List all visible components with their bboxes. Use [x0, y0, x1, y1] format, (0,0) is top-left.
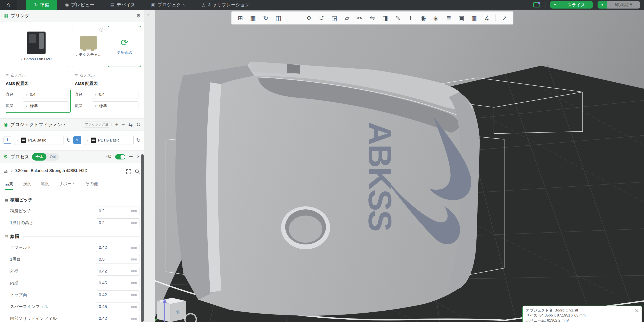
param-input-外壁[interactable]: 0.42mm [96, 267, 140, 276]
printer-settings-icon[interactable]: ⚙ [136, 13, 141, 18]
process-tab-強度[interactable]: 強度 [23, 181, 31, 190]
sync-printer-card[interactable]: ⟳ 更新確認 [108, 26, 141, 67]
filament-1-select[interactable]: ∨ PLA Basic [14, 136, 64, 145]
process-tab-サポート[interactable]: サポート [59, 181, 76, 190]
export-icon[interactable]: ↗ [499, 13, 510, 23]
scope-global[interactable]: 全体 [32, 153, 46, 160]
filament-2-select[interactable]: ∨ PETG Basic [84, 136, 134, 145]
preset-swap-icon[interactable]: ⇄ [4, 169, 8, 174]
param-unit: mm [131, 293, 137, 297]
view-cube[interactable]: 前 [155, 298, 186, 322]
close-icon[interactable]: ✕ [634, 308, 639, 314]
print-button[interactable]: ▾ 印刷実行 [598, 1, 640, 8]
panel-scrollbar[interactable] [141, 10, 144, 322]
assembly-view-icon[interactable]: ▣ [456, 13, 467, 23]
scene-canvas[interactable]: ABKSS 前 [155, 10, 644, 322]
search-icon[interactable] [134, 169, 140, 174]
filament-1-refresh-icon[interactable]: ↻ [66, 137, 71, 143]
process-scope-toggle[interactable]: 全体 Obj [32, 153, 59, 160]
tab-プロジェクト[interactable]: ▣プロジェクト [143, 0, 194, 10]
variable-layer-icon[interactable]: ≣ [443, 13, 454, 23]
toolbar-divider [496, 14, 496, 22]
filament-2-chip[interactable]: ✎ [74, 136, 81, 144]
right-nozzle-ams[interactable]: AMS 配置図 [75, 81, 139, 86]
split-objects-icon[interactable]: ◨ [380, 13, 391, 23]
split-plate-icon[interactable]: ≡ [286, 13, 297, 23]
scope-objects[interactable]: Obj [46, 153, 59, 160]
remove-filament-button[interactable]: − [122, 122, 125, 127]
tab-キャリブレーション[interactable]: ◎キャリブレーション [194, 0, 258, 10]
group-objects-icon[interactable]: ▥ [468, 13, 480, 23]
arrange-icon[interactable]: ◫ [273, 13, 284, 23]
param-unit: mm [131, 246, 137, 250]
filament-2-refresh-icon[interactable]: ↻ [136, 137, 141, 143]
scrollbar-thumb[interactable] [141, 154, 144, 322]
slice-dropdown-icon[interactable]: ▾ [550, 1, 560, 8]
plate-info-icon[interactable]: ⓘ [100, 28, 103, 32]
expand-preset-icon[interactable] [126, 169, 132, 174]
param-input-1層目の高さ[interactable]: 0.2mm [96, 218, 140, 227]
param-unit: mm [131, 281, 137, 285]
process-tab-その他[interactable]: その他 [85, 181, 98, 190]
model-3d[interactable]: ABKSS [175, 62, 480, 316]
advanced-toggle[interactable] [115, 154, 125, 160]
param-input-スパースインフィル[interactable]: 0.45mm [96, 302, 140, 311]
measure-icon[interactable]: ∡ [481, 13, 492, 23]
param-unit: mm [131, 316, 137, 320]
printer-select-card[interactable]: ∨Bambu Lab H2D [3, 26, 69, 67]
tab-プレビュー[interactable]: ◉プレビュー [57, 0, 102, 10]
param-label: 積層ピッチ [10, 208, 96, 214]
sync-ams-icon[interactable]: ⇆ [128, 122, 133, 127]
process-tab-品質[interactable]: 品質 [5, 181, 13, 190]
move-icon[interactable]: ✥ [303, 13, 314, 23]
nozzle-settings-row: ≋ 左ノズル AMS 配置図 直径 ∨ 0.4 流量 ∨ 標準 [0, 70, 144, 118]
left-nozzle-diameter-select[interactable]: ∨ 0.4 [23, 90, 69, 99]
tab-準備[interactable]: ↻準備 [26, 0, 57, 10]
param-value: 0.5 [99, 257, 131, 262]
param-label: 外壁 [10, 268, 96, 274]
right-nozzle-diameter-select[interactable]: ∨ 0.4 [92, 90, 139, 99]
left-nozzle-flow-select[interactable]: ∨ 標準 [23, 102, 69, 110]
refresh-filament-icon[interactable]: ↻ [136, 122, 141, 127]
process-tab-速度[interactable]: 速度 [41, 181, 49, 190]
add-model-icon[interactable]: ⊞ [234, 13, 246, 23]
lay-flat-icon[interactable]: ▱ [341, 13, 353, 23]
add-filament-button[interactable]: + [115, 122, 118, 127]
print-dropdown-icon[interactable]: ▾ [598, 1, 607, 8]
viewport-3d[interactable]: ABKSS 前 ⊞▦↻◫≡✥↺◲▱✂⇋◨✎T◉◈≣▣▥∡↗ ✕ オブジェクト名:… [155, 10, 644, 322]
tab-icon: ◉ [65, 2, 69, 8]
rotate-icon[interactable]: ↺ [316, 13, 327, 23]
plate-select-card[interactable]: ⓘ ∨テクスチャ… [72, 26, 105, 67]
compare-icon[interactable]: ✂ [137, 154, 141, 160]
top-tabs: ↻準備◉プレビュー▤デバイス▣プロジェクト◎キャリブレーション [26, 0, 258, 10]
right-nozzle-flow-select[interactable]: ∨ 標準 [92, 102, 139, 110]
param-input-デフォルト[interactable]: 0.42mm [96, 243, 140, 252]
param-input-トップ面[interactable]: 0.42mm [96, 290, 140, 299]
paint-support-icon[interactable]: ✎ [392, 13, 404, 23]
slice-button[interactable]: ▾ スライス [550, 1, 593, 8]
text-tool-icon[interactable]: T [405, 13, 416, 23]
add-plate-icon[interactable]: ▦ [247, 13, 259, 23]
param-input-1層目[interactable]: 0.5mm [96, 255, 140, 264]
chevron-down-icon: ∨ [95, 104, 97, 108]
flushing-volumes-button[interactable]: フラッシング量 [82, 122, 112, 128]
collapse-panel-icon[interactable]: ‹ [147, 12, 149, 18]
printer-connection-icon[interactable] [533, 2, 540, 8]
scale-icon[interactable]: ◲ [328, 13, 340, 23]
mirror-icon[interactable]: ⇋ [367, 13, 378, 23]
process-preset-select[interactable]: ∨0.20mm Balanced Strength @BBL H2D [11, 168, 123, 175]
filament-1-chip[interactable]: 1 [4, 136, 12, 144]
param-input-内部ソリッドインフィル[interactable]: 0.42mm [96, 314, 140, 322]
menu-icon[interactable]: ☰ [129, 154, 133, 160]
param-input-内壁[interactable]: 0.45mm [96, 279, 140, 288]
cut-icon[interactable]: ✂ [354, 13, 365, 23]
seam-paint-icon[interactable]: ◉ [418, 13, 429, 23]
param-input-積層ピッチ[interactable]: 0.2mm [96, 206, 140, 215]
color-paint-icon[interactable]: ◈ [430, 13, 442, 23]
auto-orient-icon[interactable]: ↻ [260, 13, 272, 23]
left-nozzle-ams[interactable]: AMS 配置図 [6, 81, 70, 86]
home-button[interactable]: ⌂ [0, 0, 17, 10]
param-row: 積層ピッチ0.2mm [1, 205, 143, 217]
tab-デバイス[interactable]: ▤デバイス [102, 0, 143, 10]
parameter-area: ▤積層ピッチ積層ピッチ0.2mm1層目の高さ0.2mm▤線幅デフォルト0.42m… [0, 190, 144, 322]
